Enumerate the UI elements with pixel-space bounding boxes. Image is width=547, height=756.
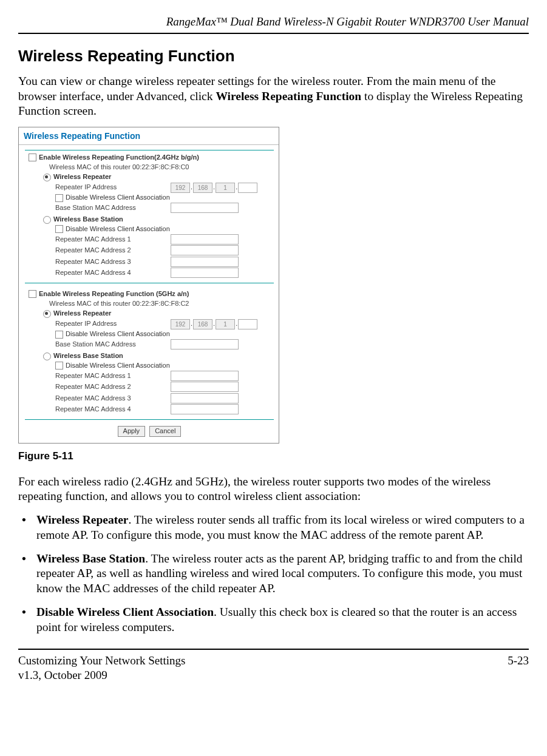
mac-router-24: Wireless MAC of this router 00:22:3F:8C:… bbox=[49, 163, 274, 172]
enable-24ghz-checkbox[interactable] bbox=[29, 154, 36, 161]
rmac3-label-5: Repeater MAC Address 3 bbox=[55, 394, 171, 403]
bullet-repeater-lead: Wireless Repeater bbox=[36, 513, 128, 526]
repeater-ip-label-5: Repeater IP Address bbox=[55, 320, 171, 328]
ip-24-oct1[interactable]: 192 bbox=[171, 183, 190, 193]
apply-button[interactable]: Apply bbox=[118, 426, 146, 437]
base-mac-input-5[interactable] bbox=[171, 339, 239, 349]
enable-5ghz-label: Enable Wireless Repeating Function (5GHz… bbox=[39, 290, 189, 299]
disable-assoc-base-5-checkbox[interactable] bbox=[55, 362, 63, 370]
rmac4-input-24[interactable] bbox=[171, 268, 239, 278]
base-mac-label-24: Base Station MAC Address bbox=[55, 204, 171, 212]
repeater-section-5: Wireless Repeater bbox=[53, 309, 111, 318]
disable-assoc-base-24-checkbox[interactable] bbox=[55, 225, 63, 233]
base-section-5: Wireless Base Station bbox=[53, 352, 123, 360]
bullet-base-station: Wireless Base Station. The wireless rout… bbox=[18, 552, 529, 597]
intro-paragraph: You can view or change wireless repeater… bbox=[18, 74, 529, 118]
radio-repeater-5[interactable] bbox=[43, 310, 51, 318]
bullet-base-lead: Wireless Base Station bbox=[36, 552, 145, 565]
repeater-ip-label-24: Repeater IP Address bbox=[55, 183, 171, 192]
rmac3-input-24[interactable] bbox=[171, 257, 239, 267]
footer-left: Customizing Your Network Settings bbox=[18, 653, 186, 668]
base-mac-label-5: Base Station MAC Address bbox=[55, 340, 171, 349]
rmac2-input-5[interactable] bbox=[171, 382, 239, 392]
ip-5-oct2[interactable]: 168 bbox=[193, 319, 212, 329]
enable-5ghz-checkbox[interactable] bbox=[29, 290, 36, 298]
running-header: RangeMax™ Dual Band Wireless-N Gigabit R… bbox=[18, 15, 529, 34]
screenshot-figure: Wireless Repeating Function Enable Wirel… bbox=[18, 127, 279, 443]
rmac1-label-24: Repeater MAC Address 1 bbox=[55, 235, 171, 244]
modes-intro: For each wireless radio (2.4GHz and 5GHz… bbox=[18, 474, 529, 504]
rmac1-input-5[interactable] bbox=[171, 371, 239, 381]
disable-assoc-repeater-24: Disable Wireless Client Association bbox=[66, 194, 170, 202]
rmac2-label-5: Repeater MAC Address 2 bbox=[55, 383, 171, 391]
ip-5-oct1[interactable]: 192 bbox=[171, 319, 190, 329]
rmac3-label-24: Repeater MAC Address 3 bbox=[55, 258, 171, 266]
ip-5-oct3[interactable]: 1 bbox=[216, 319, 235, 329]
block-5ghz: Enable Wireless Repeating Function (5GHz… bbox=[25, 287, 274, 420]
section-title: Wireless Repeating Function bbox=[18, 46, 529, 66]
footer-center: v1.3, October 2009 bbox=[18, 668, 529, 683]
rmac2-label-24: Repeater MAC Address 2 bbox=[55, 246, 171, 255]
base-mac-input-24[interactable] bbox=[171, 203, 239, 213]
rmac1-label-5: Repeater MAC Address 1 bbox=[55, 372, 171, 380]
mac-router-5: Wireless MAC of this router 00:22:3F:8C:… bbox=[49, 300, 274, 308]
disable-assoc-repeater-24-checkbox[interactable] bbox=[55, 194, 63, 202]
ip-24-oct4[interactable] bbox=[238, 183, 257, 193]
disable-assoc-base-24: Disable Wireless Client Association bbox=[66, 225, 170, 234]
disable-assoc-repeater-5: Disable Wireless Client Association bbox=[66, 330, 170, 339]
radio-base-5[interactable] bbox=[43, 353, 51, 360]
rmac4-input-5[interactable] bbox=[171, 404, 239, 414]
rmac1-input-24[interactable] bbox=[171, 234, 239, 245]
ip-24-oct2[interactable]: 168 bbox=[193, 183, 212, 193]
ip-24-oct3[interactable]: 1 bbox=[216, 183, 235, 193]
footer-right: 5-23 bbox=[508, 653, 529, 668]
bullet-disable-lead: Disable Wireless Client Association bbox=[36, 606, 214, 618]
base-section-24: Wireless Base Station bbox=[53, 215, 123, 224]
block-24ghz: Enable Wireless Repeating Function(2.4GH… bbox=[25, 150, 274, 283]
intro-bold: Wireless Repeating Function bbox=[216, 90, 361, 103]
panel-title: Wireless Repeating Function bbox=[19, 127, 279, 145]
bullet-repeater: Wireless Repeater. The wireless router s… bbox=[18, 513, 529, 543]
bullet-disable-assoc: Disable Wireless Client Association. Usu… bbox=[18, 605, 529, 635]
figure-caption: Figure 5-11 bbox=[18, 450, 529, 462]
ip-5-oct4[interactable] bbox=[238, 319, 257, 329]
rmac4-label-24: Repeater MAC Address 4 bbox=[55, 269, 171, 277]
rmac4-label-5: Repeater MAC Address 4 bbox=[55, 405, 171, 414]
cancel-button[interactable]: Cancel bbox=[149, 426, 181, 437]
bullet-list: Wireless Repeater. The wireless router s… bbox=[18, 513, 529, 636]
disable-assoc-base-5: Disable Wireless Client Association bbox=[66, 362, 170, 370]
disable-assoc-repeater-5-checkbox[interactable] bbox=[55, 331, 63, 339]
radio-repeater-24[interactable] bbox=[43, 174, 51, 181]
radio-base-24[interactable] bbox=[43, 216, 51, 224]
enable-24ghz-label: Enable Wireless Repeating Function(2.4GH… bbox=[39, 154, 199, 162]
rmac3-input-5[interactable] bbox=[171, 393, 239, 403]
rmac2-input-24[interactable] bbox=[171, 245, 239, 255]
repeater-section-24: Wireless Repeater bbox=[53, 173, 111, 181]
